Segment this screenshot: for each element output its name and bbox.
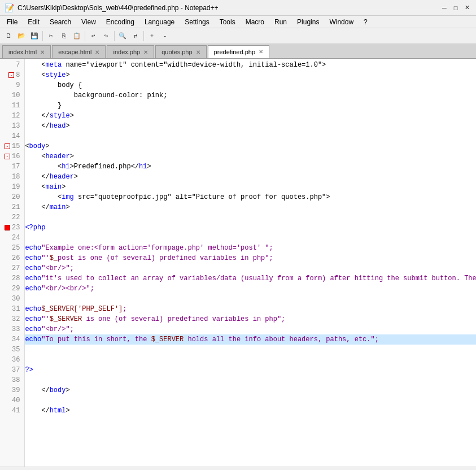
code-line-12[interactable]: </style> xyxy=(25,111,476,121)
menu-item-search[interactable]: Search xyxy=(45,17,76,27)
line-num-14: 14 xyxy=(5,131,20,141)
line-num-17: 17 xyxy=(5,162,20,172)
save-button[interactable]: 💾 xyxy=(28,30,41,42)
line-num-23: 23 xyxy=(5,223,20,233)
line-num-39: 39 xyxy=(5,385,20,395)
line-numbers: 7-891011121314-15-1617181920212223242526… xyxy=(0,59,25,467)
code-line-10[interactable]: background-color: pink; xyxy=(25,90,476,101)
line-num-29: 29 xyxy=(5,284,20,294)
menu-item-macro[interactable]: Macro xyxy=(241,17,269,27)
code-line-7[interactable]: <meta name="viewport" content="width=dev… xyxy=(25,60,476,70)
code-line-20[interactable]: <img src="quoteproofpic.jpg" alt="Pictur… xyxy=(25,192,476,202)
code-line-8[interactable]: <style> xyxy=(25,70,476,80)
code-line-27[interactable]: echo "<br/>"; xyxy=(25,263,476,273)
code-line-14[interactable] xyxy=(25,131,476,141)
code-line-28[interactable]: echo "it's used to collect an array of v… xyxy=(25,273,476,284)
menu-item-encoding[interactable]: Encoding xyxy=(102,17,139,27)
menu-item-tools[interactable]: Tools xyxy=(215,17,240,27)
fold-icon[interactable]: - xyxy=(8,72,14,78)
undo-button[interactable]: ↩ xyxy=(87,30,99,42)
tab-quotes-php[interactable]: quotes.php✕ xyxy=(155,45,206,58)
paste-button[interactable]: 📋 xyxy=(71,30,83,42)
tabbar: index.html✕escape.html✕index.php✕quotes.… xyxy=(0,44,476,59)
code-line-13[interactable]: </head> xyxy=(25,121,476,131)
code-line-31[interactable]: echo $_SERVER['PHP_SELF']; xyxy=(25,304,476,314)
menu-item-edit[interactable]: Edit xyxy=(23,17,44,27)
toolbar-sep-2 xyxy=(85,31,85,41)
tab-index-php[interactable]: index.php✕ xyxy=(107,45,154,58)
tab-escape-html[interactable]: escape.html✕ xyxy=(52,45,106,58)
titlebar-title: C:\Users\Kikip\Desktop\Sois_web\440\pred… xyxy=(18,4,219,12)
code-line-11[interactable]: } xyxy=(25,101,476,111)
line-num-9: 9 xyxy=(5,80,20,90)
menu-item-run[interactable]: Run xyxy=(270,17,291,27)
code-line-34[interactable]: echo "To put this in short, the $_SERVER… xyxy=(25,334,476,345)
line-num-26: 26 xyxy=(5,253,20,263)
titlebar-left: 📝 C:\Users\Kikip\Desktop\Sois_web\440\pr… xyxy=(5,3,219,12)
code-line-26[interactable]: echo "'$_post is one (of several) prdefi… xyxy=(25,253,476,263)
menu-item-plugins[interactable]: Plugins xyxy=(292,17,324,27)
code-line-40[interactable] xyxy=(25,395,476,406)
code-line-29[interactable]: echo "<br/><br/>"; xyxy=(25,284,476,294)
code-line-9[interactable]: body { xyxy=(25,80,476,90)
cut-button[interactable]: ✂ xyxy=(45,30,57,42)
code-line-35[interactable] xyxy=(25,345,476,355)
code-line-17[interactable]: <h1>Predefined.php</h1> xyxy=(25,162,476,172)
replace-button[interactable]: ⇄ xyxy=(129,30,142,42)
menu-item-language[interactable]: Language xyxy=(140,17,179,27)
toolbar-sep-1 xyxy=(42,31,43,41)
menu-item-file[interactable]: File xyxy=(2,17,22,27)
code-line-39[interactable]: </body> xyxy=(25,385,476,395)
menu-item-view[interactable]: View xyxy=(77,17,101,27)
code-line-41[interactable]: </html> xyxy=(25,406,476,416)
code-line-16[interactable]: <header> xyxy=(25,151,476,162)
code-line-15[interactable]: <body> xyxy=(25,141,476,151)
line-num-11: 11 xyxy=(5,101,20,111)
code-line-33[interactable]: echo "<br/>"; xyxy=(25,324,476,334)
tab-predefined-php[interactable]: predefined.php✕ xyxy=(208,45,269,58)
line-num-22: 22 xyxy=(5,212,20,223)
line-num-30: 30 xyxy=(5,294,20,304)
code-line-38[interactable] xyxy=(25,375,476,385)
line-num-38: 38 xyxy=(5,375,20,385)
code-line-25[interactable]: echo "Example one:<form action='formpage… xyxy=(25,243,476,253)
editor-container: 7-891011121314-15-1617181920212223242526… xyxy=(0,59,476,467)
menu-item-settings[interactable]: Settings xyxy=(180,17,213,27)
line-num-28: 28 xyxy=(5,273,20,284)
code-line-37[interactable]: ?> xyxy=(25,365,476,375)
code-line-21[interactable]: </main> xyxy=(25,202,476,212)
minimize-button[interactable]: ─ xyxy=(440,3,449,12)
code-line-24[interactable] xyxy=(25,233,476,243)
code-line-18[interactable]: </header> xyxy=(25,172,476,182)
line-num-32: 32 xyxy=(5,314,20,324)
code-line-23[interactable]: <?php xyxy=(25,223,476,233)
menu-item-?[interactable]: ? xyxy=(359,17,372,27)
code-line-22[interactable] xyxy=(25,212,476,223)
code-line-32[interactable]: echo "'$_SERVER is one (of several) pred… xyxy=(25,314,476,324)
maximize-button[interactable]: □ xyxy=(451,3,460,12)
code-line-36[interactable] xyxy=(25,355,476,365)
code-line-30[interactable] xyxy=(25,294,476,304)
line-num-31: 31 xyxy=(5,304,20,314)
fold-icon[interactable]: - xyxy=(5,143,10,149)
zoom-in-button[interactable]: + xyxy=(146,30,158,42)
menu-item-window[interactable]: Window xyxy=(325,17,358,27)
fold-icon[interactable]: - xyxy=(5,154,10,159)
copy-button[interactable]: ⎘ xyxy=(58,30,70,42)
redo-button[interactable]: ↪ xyxy=(100,30,112,42)
code-line-19[interactable]: <main> xyxy=(25,182,476,192)
find-button[interactable]: 🔍 xyxy=(116,30,129,42)
close-button[interactable]: ✕ xyxy=(462,3,471,12)
zoom-out-button[interactable]: - xyxy=(159,30,171,42)
new-button[interactable]: 🗋 xyxy=(2,30,15,42)
code-area[interactable]: <meta name="viewport" content="width=dev… xyxy=(25,59,476,467)
tab-index-html[interactable]: index.html✕ xyxy=(2,45,51,58)
line-num-13: 13 xyxy=(5,121,20,131)
line-num-8: -8 xyxy=(5,70,20,80)
line-num-16: -16 xyxy=(5,151,20,162)
line-num-40: 40 xyxy=(5,395,20,406)
open-button[interactable]: 📂 xyxy=(15,30,28,42)
line-num-21: 21 xyxy=(5,202,20,212)
line-num-24: 24 xyxy=(5,233,20,243)
line-num-36: 36 xyxy=(5,355,20,365)
